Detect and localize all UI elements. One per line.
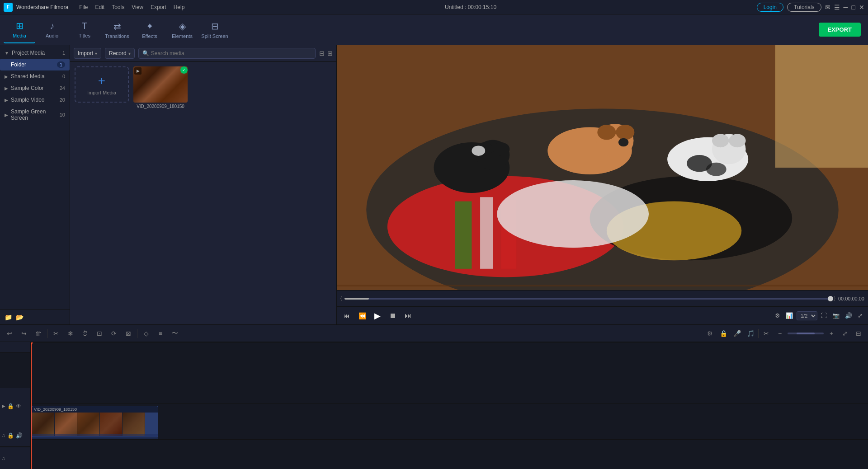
prev-frame-button[interactable]: ⏮	[340, 310, 353, 322]
zoom-slider[interactable]	[788, 333, 824, 334]
toolbar-titles[interactable]: T Titles	[69, 16, 100, 43]
screenshot-btn[interactable]: 📷	[830, 311, 841, 320]
menu-view[interactable]: View	[132, 4, 143, 10]
sample-green-screen-count: 10	[60, 112, 65, 117]
snap-button[interactable]: ⚙	[704, 328, 716, 339]
menu-tools[interactable]: Tools	[112, 4, 124, 10]
close-icon[interactable]: ✕	[859, 4, 864, 11]
video-track-controls: ▶ 🔒 👁	[0, 388, 30, 424]
speed-button[interactable]: ⏱	[79, 328, 91, 339]
expand-btn[interactable]: ⤢	[856, 311, 864, 320]
menu-edit[interactable]: Edit	[95, 4, 105, 10]
sidebar-item-shared-media[interactable]: ▶ Shared Media 0	[0, 70, 70, 82]
audio-wave-btn[interactable]: 〜	[169, 328, 181, 339]
audio-wave-strip	[32, 434, 158, 439]
menu-export[interactable]: Export	[151, 4, 166, 10]
sidebar-item-sample-color[interactable]: ▶ Sample Color 24	[0, 82, 70, 94]
toolbar-split-screen[interactable]: ⊟ Split Screen	[199, 16, 231, 43]
lock-button[interactable]: 🔒	[717, 328, 729, 339]
clip-frame-2	[55, 413, 77, 436]
audio-mix-btn[interactable]: 🎵	[745, 328, 756, 339]
resolution-select[interactable]: 1/2	[797, 311, 817, 320]
login-button[interactable]: Login	[757, 3, 783, 12]
stop-button[interactable]: ⏹	[387, 310, 399, 322]
mic-button[interactable]: 🎤	[731, 328, 743, 339]
minimize-icon[interactable]: ─	[844, 4, 848, 11]
plus-btn[interactable]: +	[826, 328, 837, 339]
fit-button[interactable]: ⊠	[123, 328, 134, 339]
import-label: Import	[78, 50, 93, 56]
next-frame-button[interactable]: ⏭	[402, 310, 415, 322]
tutorials-button[interactable]: Tutorials	[787, 3, 821, 12]
audio2-icon[interactable]: ♫	[2, 456, 5, 461]
preview-mark-out-icon[interactable]: }	[834, 296, 835, 301]
video-clip[interactable]: VID_20200909_180150	[32, 406, 158, 437]
video-track-play-icon[interactable]: ▶	[2, 403, 5, 408]
sidebar-folder[interactable]: Folder 1	[0, 59, 70, 70]
menu-help[interactable]: Help	[174, 4, 185, 10]
maximize-icon[interactable]: □	[852, 4, 855, 11]
video-track-lock-icon[interactable]: 🔒	[7, 403, 14, 409]
minus-btn[interactable]: −	[774, 328, 786, 339]
media-search-box[interactable]: 🔍	[138, 48, 316, 59]
add-bin-icon[interactable]: 📂	[16, 314, 24, 321]
audio-meter-btn[interactable]: 📊	[784, 311, 795, 320]
sidebar-item-sample-video[interactable]: ▶ Sample Video 20	[0, 94, 70, 106]
preview-seekbar[interactable]	[344, 298, 831, 300]
preview-svg	[337, 45, 868, 290]
sidebar-item-sample-green-screen[interactable]: ▶ Sample Green Screen 10	[0, 106, 70, 124]
toolbar-transitions[interactable]: ⇄ Transitions	[101, 16, 133, 43]
audio-lock-icon[interactable]: 🔒	[7, 432, 14, 439]
media-search-input[interactable]	[151, 50, 311, 56]
toolbar-media[interactable]: ⊞ Media	[4, 16, 35, 43]
freeze-button[interactable]: ❄	[65, 328, 76, 339]
toolbar-audio[interactable]: ♪ Audio	[36, 16, 68, 43]
toolbar-elements[interactable]: ◈ Elements	[166, 16, 198, 43]
marker-button[interactable]: ◇	[140, 328, 152, 339]
audio-track2-row	[31, 462, 868, 469]
window-title: Untitled : 00:00:15:10	[445, 4, 496, 10]
clip-frame-4	[100, 413, 123, 436]
undo-button[interactable]: ↩	[4, 328, 15, 339]
audio-vol-icon[interactable]: 🔊	[16, 432, 23, 439]
delete-button[interactable]: 🗑	[33, 328, 44, 339]
fit-timeline-btn[interactable]: ⤢	[839, 328, 851, 339]
search-icon: 🔍	[142, 50, 149, 56]
import-dropdown[interactable]: Import ▾	[74, 48, 101, 59]
preview-progress-bar: { } 00:00:00:00	[337, 290, 868, 306]
media-toolbar: Import ▾ Record ▾ 🔍 ⊟ ⊞	[70, 45, 336, 62]
step-back-button[interactable]: ⏪	[356, 310, 368, 322]
music-icon[interactable]: ♫	[2, 433, 5, 438]
play-button[interactable]: ▶	[371, 310, 384, 322]
cut-btn[interactable]: ✂	[760, 328, 772, 339]
menu-icon[interactable]: ☰	[834, 4, 840, 11]
volume-btn[interactable]: 🔊	[843, 311, 854, 320]
timeline-settings-btn[interactable]: ≡	[155, 328, 166, 339]
import-media-label: Import Media	[87, 90, 116, 95]
new-folder-icon[interactable]: 📁	[5, 314, 12, 321]
mail-icon[interactable]: ✉	[825, 4, 830, 11]
toolbar-elements-label: Elements	[172, 33, 193, 39]
menu-file[interactable]: File	[79, 4, 88, 10]
group-button[interactable]: ⊡	[94, 328, 105, 339]
ripple-button[interactable]: ⟳	[108, 328, 120, 339]
preview-right-controls: ⚙ 📊 1/2 ⛶ 📷 🔊 ⤢	[773, 311, 864, 320]
timeline-left-panel: ▶ 🔒 👁 ♫ 🔒 🔊 ♫	[0, 342, 31, 469]
preview-mark-in-icon[interactable]: {	[340, 296, 342, 301]
import-media-button[interactable]: + Import Media	[75, 66, 129, 103]
timeline-content: ▶ 🔒 👁 ♫ 🔒 🔊 ♫ 00:00:00:00 00:00:04:05	[0, 342, 868, 469]
import-arrow: ▾	[95, 51, 97, 56]
media-thumbnail[interactable]: ▶ ✓	[133, 66, 188, 103]
crop-button[interactable]: ✂	[50, 328, 62, 339]
video-track-eye-icon[interactable]: 👁	[16, 403, 21, 409]
export-button[interactable]: EXPORT	[819, 23, 861, 37]
tl-expand-btn[interactable]: ⊟	[853, 328, 864, 339]
settings-btn[interactable]: ⚙	[773, 311, 782, 320]
toolbar-effects[interactable]: ✦ Effects	[134, 16, 165, 43]
fullscreen-btn[interactable]: ⛶	[819, 311, 829, 320]
grid-view-icon[interactable]: ⊞	[327, 50, 333, 57]
sidebar-item-project-media[interactable]: ▼ Project Media 1	[0, 47, 70, 59]
record-dropdown[interactable]: Record ▾	[105, 48, 135, 59]
filter-icon[interactable]: ⊟	[319, 50, 325, 57]
redo-button[interactable]: ↪	[18, 328, 30, 339]
